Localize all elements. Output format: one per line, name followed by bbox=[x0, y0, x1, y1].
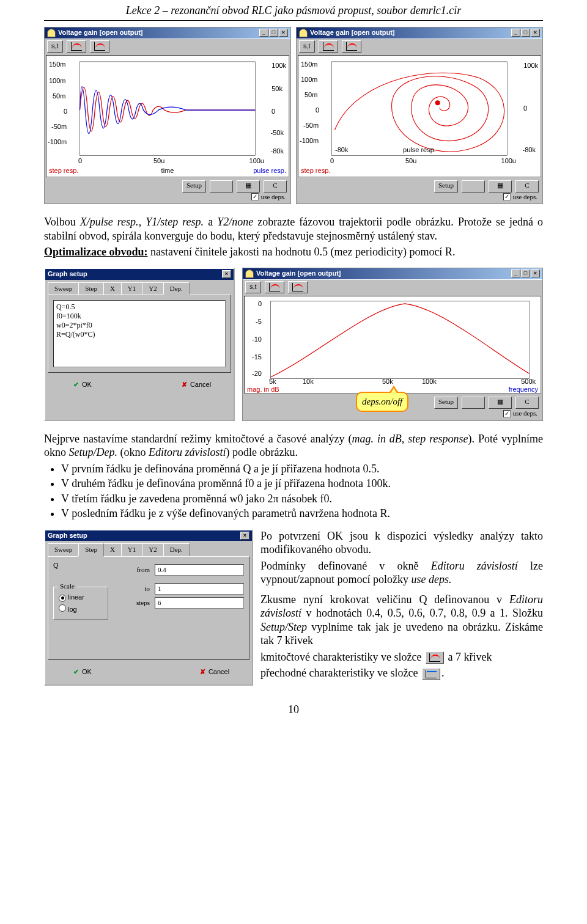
x-tick: 10k bbox=[303, 378, 314, 386]
use-deps-label: use deps. bbox=[513, 193, 537, 202]
x-tick: 50u bbox=[153, 157, 164, 166]
close-button[interactable]: × bbox=[222, 270, 231, 278]
red-graph-button[interactable] bbox=[319, 40, 338, 53]
minimize-button[interactable]: _ bbox=[259, 29, 268, 37]
minimize-button[interactable]: _ bbox=[511, 270, 520, 277]
bottom-two-col: Graph setup × SweepStepXY1Y2Dep. Q from0… bbox=[44, 529, 543, 686]
maximize-button[interactable]: □ bbox=[269, 29, 278, 37]
tab-y1[interactable]: Y1 bbox=[121, 543, 142, 556]
vg2-toolbar: s,t bbox=[297, 38, 542, 54]
mode-button[interactable]: s,t bbox=[245, 281, 261, 293]
scale-linear-radio[interactable] bbox=[59, 595, 66, 602]
dep-titlebar[interactable]: Graph setup × bbox=[45, 269, 234, 280]
tab-y2[interactable]: Y2 bbox=[142, 282, 163, 295]
check-icon: ✔ bbox=[73, 381, 79, 389]
vg2-title: Voltage gain [open output] bbox=[310, 29, 511, 37]
tab-dep[interactable]: Dep. bbox=[163, 543, 190, 556]
red-graph-button[interactable] bbox=[67, 40, 86, 53]
blue-graph-button[interactable] bbox=[342, 40, 361, 53]
setup-button[interactable]: Setup bbox=[434, 180, 458, 193]
use-deps-checkbox[interactable]: ✓ bbox=[251, 193, 259, 200]
vg3-titlebar[interactable]: Voltage gain [open output] _ □ × bbox=[243, 268, 542, 279]
y1-tick: 0 bbox=[64, 108, 67, 116]
txt: a 7 křivek bbox=[445, 651, 492, 663]
mode-button[interactable]: s,t bbox=[47, 40, 63, 53]
em: Setup/Dep. bbox=[69, 446, 117, 458]
steps-input[interactable]: 6 bbox=[155, 597, 244, 609]
vg1-titlebar[interactable]: Voltage gain [open output] _ □ × bbox=[45, 28, 290, 38]
ok-label: OK bbox=[82, 668, 92, 676]
tab-step[interactable]: Step bbox=[78, 282, 104, 295]
vg1-canvas: 150m 100m 50m 0 -50m -100m 100k 50k 0 -5… bbox=[46, 55, 289, 177]
chart-icon bbox=[47, 29, 56, 37]
maximize-button[interactable]: □ bbox=[521, 29, 530, 37]
c-button[interactable]: C bbox=[264, 180, 287, 193]
ok-button[interactable]: ✔OK bbox=[55, 665, 110, 680]
tab-x[interactable]: X bbox=[103, 543, 122, 556]
ok-button[interactable]: ✔OK bbox=[55, 378, 110, 392]
tab-dep[interactable]: Dep. bbox=[163, 282, 190, 295]
txt: v hodnotách 0.4, 0.5, 0.6, 0.7, 0.8, 0.9… bbox=[301, 607, 543, 619]
mode-button[interactable]: s,t bbox=[299, 40, 315, 53]
grid-graph-button[interactable] bbox=[462, 180, 485, 193]
close-button[interactable]: × bbox=[531, 29, 540, 37]
svg-point-2 bbox=[435, 100, 440, 105]
setup-button[interactable]: Setup bbox=[434, 397, 458, 409]
use-deps-checkbox[interactable]: ✓ bbox=[503, 193, 511, 200]
tab-step[interactable]: Step bbox=[78, 543, 104, 556]
step-tabs: SweepStepXY1Y2Dep. bbox=[45, 541, 252, 556]
red-graph-button[interactable] bbox=[265, 281, 284, 293]
vg2-titlebar[interactable]: Voltage gain [open output] _ □ × bbox=[297, 28, 542, 38]
x-axis-label: time bbox=[46, 167, 289, 175]
tab-sweep[interactable]: Sweep bbox=[48, 543, 79, 556]
tab-y2[interactable]: Y2 bbox=[142, 543, 163, 556]
scale-log-radio[interactable] bbox=[59, 604, 66, 612]
y1-tick: -50m bbox=[51, 123, 67, 131]
tab-x[interactable]: X bbox=[103, 282, 122, 295]
grid-button[interactable]: ▦ bbox=[237, 180, 260, 193]
blue-graph-button[interactable] bbox=[90, 40, 109, 53]
use-deps-label: use deps. bbox=[261, 193, 286, 202]
blue-graph-button[interactable] bbox=[288, 281, 308, 293]
cancel-label: Cancel bbox=[209, 668, 229, 676]
grid-button[interactable]: ▦ bbox=[489, 397, 512, 409]
tab-sweep[interactable]: Sweep bbox=[48, 282, 79, 295]
y2-tick: 0 bbox=[523, 105, 527, 113]
cancel-button[interactable]: ✘Cancel bbox=[187, 665, 242, 680]
maximize-button[interactable]: □ bbox=[521, 270, 530, 277]
to-input[interactable]: 1 bbox=[155, 583, 244, 595]
step-title: Graph setup bbox=[48, 532, 240, 540]
svg-rect-1 bbox=[331, 61, 507, 155]
em: mag. in dB, step response bbox=[352, 433, 468, 445]
y1-tick: -100m bbox=[48, 138, 67, 147]
tab-y1[interactable]: Y1 bbox=[121, 282, 142, 295]
cancel-icon: ✘ bbox=[182, 381, 187, 389]
dep-textarea[interactable]: Q=0.5 f0=100k w0=2*pi*f0 R=Q/(w0*C) bbox=[53, 300, 226, 367]
grid-graph-button[interactable] bbox=[210, 180, 233, 193]
y2-tick: 0 bbox=[271, 108, 275, 116]
right-series-label: pulse resp. bbox=[253, 167, 286, 175]
page-number: 10 bbox=[44, 703, 543, 717]
grid-button[interactable]: ▦ bbox=[489, 180, 512, 193]
step-titlebar[interactable]: Graph setup × bbox=[45, 530, 252, 541]
from-input[interactable]: 0.4 bbox=[155, 564, 244, 576]
x-tick: 500k bbox=[521, 378, 536, 386]
y-tick: -20 bbox=[252, 370, 262, 378]
x-tick: 50k bbox=[382, 378, 393, 386]
x-tick: 50u bbox=[405, 157, 416, 166]
c-button[interactable]: C bbox=[515, 397, 539, 409]
use-deps-checkbox[interactable]: ✓ bbox=[503, 410, 511, 417]
setup-button[interactable]: Setup bbox=[182, 180, 206, 193]
minimize-button[interactable]: _ bbox=[511, 29, 520, 37]
cancel-button[interactable]: ✘Cancel bbox=[169, 378, 224, 392]
y1-tick: 100m bbox=[49, 77, 66, 86]
y-tick: -15 bbox=[252, 353, 262, 362]
close-button[interactable]: × bbox=[531, 270, 540, 277]
close-button[interactable]: × bbox=[279, 29, 288, 37]
c-button[interactable]: C bbox=[515, 180, 539, 193]
grid-graph-button[interactable] bbox=[462, 397, 485, 409]
close-button[interactable]: × bbox=[240, 532, 249, 540]
opt-rest: nastavení činitele jakosti na hodnotu 0.… bbox=[148, 246, 456, 258]
step-var-input[interactable]: Q bbox=[53, 562, 108, 578]
body-text-1: Volbou X/pulse resp., Y1/step resp. a Y2… bbox=[44, 215, 543, 259]
